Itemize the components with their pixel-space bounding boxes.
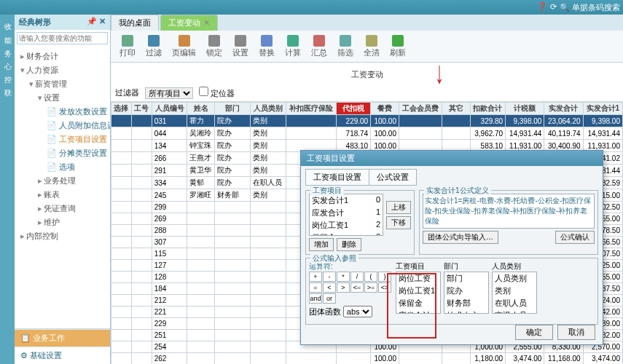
op-button[interactable]: = xyxy=(309,282,322,293)
toolbar-替换[interactable]: 替换 xyxy=(254,33,279,60)
search-top[interactable]: 🔍 单据条码搜索 xyxy=(560,2,620,13)
delete-button[interactable]: 删除 xyxy=(337,238,361,251)
col-header[interactable]: 人员类别 xyxy=(251,103,286,115)
tree-node[interactable]: ▾设置 xyxy=(16,91,109,105)
op-button[interactable]: and xyxy=(309,293,322,304)
op-button[interactable]: >= xyxy=(364,282,377,293)
col-header[interactable]: 实发合计1 xyxy=(583,103,622,115)
op-button[interactable]: < xyxy=(323,282,336,293)
cancel-button[interactable]: 取消 xyxy=(557,325,595,340)
col-header[interactable]: 餐费 xyxy=(371,103,399,115)
col-header[interactable]: 扣款合计 xyxy=(470,103,506,115)
tree-node[interactable]: 📄 工资项目设置 xyxy=(16,132,109,146)
col-header[interactable]: 计税额 xyxy=(506,103,544,115)
op-button[interactable]: ) xyxy=(378,272,391,282)
confirm-formula-button[interactable]: 公式确认 xyxy=(555,231,595,244)
salary-item-dialog: 工资项目设置 工资项目设置 公式设置 工资项目 实发合计1 0应发合计 1岗位工… xyxy=(300,150,603,345)
op-button[interactable]: <> xyxy=(378,282,391,293)
operator-pad: +-*/()=<><=>=<>andor xyxy=(309,272,391,304)
tree-node[interactable]: ▸业务处理 xyxy=(16,174,109,188)
doc-tab[interactable]: 工资变动✕ xyxy=(160,15,218,31)
doc-tab[interactable]: 我的桌面 xyxy=(111,15,159,31)
tree-node[interactable]: 📄 选项 xyxy=(16,160,109,174)
ok-button[interactable]: 确定 xyxy=(515,325,553,340)
locator-check[interactable]: 定位器 xyxy=(199,87,235,99)
footer-tab-work[interactable]: 📋 业务工作 xyxy=(15,329,110,347)
sidebar: 经典树形 📌 ✕ ▸财务会计▾人力资源▾薪资管理▾设置📄 发放次数设置📄 人员附… xyxy=(15,15,111,364)
dlg-tab-formula[interactable]: 公式设置 xyxy=(369,169,417,186)
tree-node[interactable]: ▸维护 xyxy=(16,215,109,229)
col-header[interactable]: 部门 xyxy=(215,103,251,115)
dialog-title: 工资项目设置 xyxy=(301,151,603,166)
toolbar-全清[interactable]: 全清 xyxy=(359,33,384,60)
items-legend: 工资项目 xyxy=(310,186,344,196)
items-listbox[interactable]: 实发合计1 0应发合计 1岗位工资1 2保留金 3实发总额 4应发总额 5扣款合… xyxy=(309,194,383,236)
toolbar-计算[interactable]: 计算 xyxy=(281,33,305,60)
dlg-tab-items[interactable]: 工资项目设置 xyxy=(305,169,369,186)
col-header[interactable]: 代扣税 xyxy=(336,103,370,115)
toolbar-过滤[interactable]: 过滤 xyxy=(141,33,166,60)
col-header[interactable]: 姓名 xyxy=(187,103,215,115)
tree-node[interactable]: ▾人力资源 xyxy=(16,63,109,77)
sidebar-pin-icon[interactable]: 📌 ✕ xyxy=(87,17,106,28)
col-header[interactable]: 人员编号 xyxy=(152,103,187,115)
toolbar-打印[interactable]: 打印 xyxy=(115,33,140,60)
filter-select[interactable]: 所有项目 xyxy=(145,87,193,99)
col-header[interactable]: 补扣医疗保险 xyxy=(286,103,336,115)
table-row[interactable]: 262100.001,180.003,474.0011,168.003,474.… xyxy=(111,353,623,365)
toolbar-筛选[interactable]: 筛选 xyxy=(333,33,358,60)
op-button[interactable]: ( xyxy=(364,272,377,282)
sidebar-search-input[interactable] xyxy=(17,32,108,44)
formula-legend: 实发合计1公式定义 xyxy=(424,186,491,196)
annotation-arrow: ↓ xyxy=(435,55,444,91)
tree-node[interactable]: 📄 人员附加信息设置 xyxy=(16,119,109,132)
left-rail: 收 能 务 心 控 联 xyxy=(0,15,15,364)
op-button[interactable]: + xyxy=(309,272,322,282)
tree-node[interactable]: ▸财务会计 xyxy=(16,50,109,63)
list1-label: 工资项目 xyxy=(396,261,441,272)
move-up-button[interactable]: 上移 xyxy=(386,201,411,214)
col-header[interactable]: 其它 xyxy=(442,103,470,115)
toolbar: 打印过滤页编辑锁定设置替换计算汇总筛选全清刷新 xyxy=(111,31,623,63)
table-row[interactable]: 044吴湘玲院办类别718.74100.003,962.7014,931.444… xyxy=(111,127,623,140)
tree-node[interactable]: ▾薪资管理 xyxy=(16,77,109,91)
tree-node[interactable]: ▸内部控制 xyxy=(16,229,109,243)
help-icon[interactable]: ❓ xyxy=(537,2,547,13)
toolbar-汇总[interactable]: 汇总 xyxy=(307,33,332,60)
func-select[interactable]: abs xyxy=(343,306,372,317)
salary-items-list[interactable]: 岗位工资岗位工资1保留金应发合计实发总额应发总额扣款合计 xyxy=(396,272,441,314)
op-button[interactable]: <= xyxy=(350,282,364,293)
input-legend: 公式输入参照 xyxy=(310,253,358,264)
category-list[interactable]: 人员类别类别在职人员离退人员部门长临时工 xyxy=(492,272,537,314)
formula-display: 实发合计1=房租-电费-水费-托幼费-公积金-扣医疗保险-扣失业保险-扣养老保险… xyxy=(423,194,595,229)
col-header[interactable]: 工会会员费 xyxy=(399,103,442,115)
dept-list[interactable]: 部门院办财务部技术中心组织部人事处纪检办 xyxy=(444,272,489,314)
op-button[interactable]: * xyxy=(337,272,350,282)
move-down-button[interactable]: 下移 xyxy=(386,216,411,229)
nav-tree: ▸财务会计▾人力资源▾薪资管理▾设置📄 发放次数设置📄 人员附加信息设置📄 工资… xyxy=(15,47,110,328)
batch-formula-button[interactable]: 团体公式向导输入… xyxy=(423,231,498,244)
tree-node[interactable]: ▸凭证查询 xyxy=(16,202,109,215)
tree-node[interactable]: ▸账表 xyxy=(16,188,109,202)
col-header[interactable]: 实发合计 xyxy=(544,103,583,115)
list3-label: 人员类别 xyxy=(492,261,537,272)
toolbar-设置[interactable]: 设置 xyxy=(228,33,253,60)
table-row[interactable]: 031霍力院办类别229.00100.00329.809,398.0023,06… xyxy=(111,115,623,127)
tree-node[interactable]: 📄 发放次数设置 xyxy=(16,105,109,119)
col-header[interactable]: 选择 xyxy=(111,103,132,115)
toolbar-页编辑[interactable]: 页编辑 xyxy=(168,33,200,60)
op-button[interactable]: / xyxy=(350,272,364,282)
op-button[interactable]: or xyxy=(323,293,336,304)
op-button[interactable]: - xyxy=(323,272,336,282)
col-header[interactable]: 工号 xyxy=(131,103,152,115)
add-button[interactable]: 增加 xyxy=(309,238,334,251)
func-label: 团体函数 xyxy=(309,307,341,316)
list2-label: 部门 xyxy=(444,261,489,272)
refresh-icon[interactable]: ⟳ xyxy=(550,2,557,13)
toolbar-锁定[interactable]: 锁定 xyxy=(202,33,227,60)
op-button[interactable]: > xyxy=(337,282,350,293)
toolbar-刷新[interactable]: 刷新 xyxy=(385,33,410,60)
filter-label: 过滤器 xyxy=(115,87,139,98)
footer-tab-base[interactable]: ⚙ 基础设置 xyxy=(15,347,110,364)
tree-node[interactable]: 📄 分摊类型设置 xyxy=(16,146,109,160)
